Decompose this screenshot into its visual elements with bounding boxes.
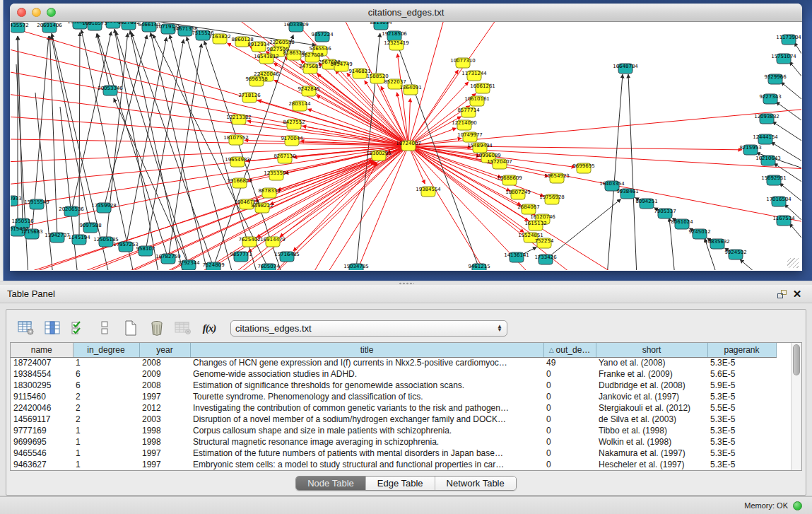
- column-header-out_de[interactable]: △out_de…: [543, 343, 596, 357]
- table-cell[interactable]: Investigating the contribution of common…: [190, 402, 543, 414]
- show-columns-icon[interactable]: [42, 317, 63, 339]
- table-cell[interactable]: 6: [73, 368, 139, 380]
- graph-edge[interactable]: [607, 74, 623, 270]
- graph-edge[interactable]: [772, 122, 801, 146]
- graph-edge[interactable]: [153, 35, 269, 269]
- table-cell[interactable]: 2: [73, 402, 139, 414]
- table-row[interactable]: 2242004622012Investigating the contribut…: [11, 402, 776, 414]
- graph-edge[interactable]: [789, 62, 801, 86]
- table-cell[interactable]: Hescheler et al. (1997): [596, 459, 707, 470]
- table-cell[interactable]: Genome-wide association studies in ADHD.: [190, 368, 543, 380]
- table-cell[interactable]: 14569117: [11, 414, 73, 425]
- graph-edge[interactable]: [293, 146, 408, 251]
- table-cell[interactable]: 1: [73, 448, 139, 459]
- tab-node-table[interactable]: Node Table: [296, 477, 366, 490]
- table-cell[interactable]: 5.3E-5: [707, 459, 776, 470]
- column-settings-icon[interactable]: [16, 317, 37, 339]
- table-row[interactable]: 946362711997Embryonic stem cells: a mode…: [11, 459, 776, 470]
- graph-edge[interactable]: [104, 35, 147, 208]
- table-cell[interactable]: 5.3E-5: [707, 425, 776, 436]
- table-cell[interactable]: Changes of HCN gene expression and I(f) …: [190, 357, 543, 368]
- table-cell[interactable]: 0: [543, 391, 596, 402]
- table-cell[interactable]: 5.3E-5: [707, 436, 776, 448]
- table-cell[interactable]: 49: [543, 357, 596, 368]
- table-cell[interactable]: Franke et al. (2009): [596, 368, 707, 380]
- table-scrollbar[interactable]: [791, 343, 801, 470]
- graph-edge[interactable]: [776, 102, 801, 126]
- window-resize-grip[interactable]: [787, 258, 799, 268]
- table-cell[interactable]: 18300295: [11, 380, 73, 391]
- table-cell[interactable]: 2: [73, 391, 139, 402]
- table-cell[interactable]: 9699695: [11, 436, 73, 448]
- table-cell[interactable]: 5.6E-5: [707, 368, 776, 380]
- table-cell[interactable]: 1: [73, 425, 139, 436]
- table-cell[interactable]: 19384554: [11, 368, 73, 380]
- table-cell[interactable]: 2008: [139, 380, 190, 391]
- column-header-name[interactable]: name: [11, 343, 73, 357]
- graph-edge[interactable]: [628, 74, 637, 270]
- graph-edge[interactable]: [408, 146, 675, 270]
- table-cell[interactable]: 0: [543, 459, 596, 470]
- table-cell[interactable]: 2008: [139, 357, 190, 368]
- graph-edge[interactable]: [49, 36, 57, 238]
- tab-network-table[interactable]: Network Table: [435, 477, 516, 490]
- panel-splitter[interactable]: [0, 281, 812, 285]
- table-cell[interactable]: 1: [73, 357, 139, 368]
- table-cell[interactable]: 1998: [139, 425, 190, 436]
- table-cell[interactable]: Embryonic stem cells: a model to study s…: [190, 459, 543, 470]
- table-cell[interactable]: de Silva et al. (2003): [596, 414, 707, 425]
- table-row[interactable]: 1456911722003Disruption of a novel membe…: [11, 414, 776, 425]
- graph-edge[interactable]: [248, 146, 408, 252]
- table-cell[interactable]: 18724007: [11, 357, 73, 368]
- table-cell[interactable]: Estimation of significance thresholds fo…: [190, 380, 543, 391]
- table-cell[interactable]: Tibbo et al. (1998): [596, 425, 707, 436]
- graph-edge[interactable]: [97, 34, 110, 90]
- table-cell[interactable]: Tourette syndrome. Phenomenology and cla…: [190, 391, 543, 402]
- graph-edge[interactable]: [32, 146, 408, 270]
- table-cell[interactable]: Disruption of a novel member of a sodium…: [190, 414, 543, 425]
- float-panel-icon[interactable]: [774, 288, 789, 300]
- import-table-icon[interactable]: [172, 317, 194, 339]
- select-rows-icon[interactable]: [68, 317, 89, 339]
- table-cell[interactable]: Estimation of the future numbers of pati…: [190, 448, 543, 459]
- table-cell[interactable]: 0: [543, 436, 596, 448]
- table-cell[interactable]: 1: [73, 459, 139, 470]
- function-builder-icon[interactable]: f(x): [199, 317, 220, 339]
- table-cell[interactable]: 1: [73, 436, 139, 448]
- table-cell[interactable]: 0: [543, 414, 596, 425]
- citation-network-graph[interactable]: 9435572206914061098059616818573106532671…: [11, 22, 801, 270]
- table-cell[interactable]: 1997: [139, 391, 190, 402]
- table-cell[interactable]: 22420046: [11, 402, 73, 414]
- table-cell[interactable]: 5.3E-5: [707, 357, 776, 368]
- table-cell[interactable]: 1997: [139, 459, 190, 470]
- delete-column-icon[interactable]: [146, 317, 167, 339]
- graph-edge[interactable]: [740, 259, 760, 270]
- table-cell[interactable]: 0: [543, 425, 596, 436]
- table-row[interactable]: 1938455462009Genome-wide association stu…: [11, 368, 776, 380]
- table-cell[interactable]: 6: [73, 380, 139, 391]
- table-cell[interactable]: 0: [543, 448, 596, 459]
- new-column-icon[interactable]: [120, 317, 141, 339]
- table-cell[interactable]: Jankovic et al. (1997): [596, 391, 707, 402]
- graph-edge[interactable]: [11, 64, 408, 146]
- table-cell[interactable]: 5.5E-5: [707, 402, 776, 414]
- table-cell[interactable]: 9115460: [11, 391, 73, 402]
- graph-edge[interactable]: [11, 22, 408, 146]
- table-row[interactable]: 1830029562008Estimation of significance …: [11, 380, 776, 391]
- column-header-title[interactable]: title: [190, 343, 543, 357]
- table-mode-icon[interactable]: [94, 317, 115, 339]
- table-cell[interactable]: 2012: [139, 402, 190, 414]
- table-row[interactable]: 1872400712008Changes of HCN gene express…: [11, 357, 776, 368]
- table-cell[interactable]: Wolkin et al. (1998): [596, 436, 707, 448]
- table-cell[interactable]: 2003: [139, 414, 190, 425]
- table-cell[interactable]: Structural magnetic resonance image aver…: [190, 436, 543, 448]
- table-cell[interactable]: 1998: [139, 436, 190, 448]
- table-cell[interactable]: 9465546: [11, 448, 73, 459]
- table-row[interactable]: 969969511998Structural magnetic resonanc…: [11, 436, 776, 448]
- table-cell[interactable]: Corpus callosum shape and size in male p…: [190, 425, 543, 436]
- column-header-short[interactable]: short: [596, 343, 707, 357]
- tab-edge-table[interactable]: Edge Table: [366, 477, 435, 490]
- scrollbar-thumb[interactable]: [793, 344, 800, 375]
- table-cell[interactable]: 5.9E-5: [707, 380, 776, 391]
- column-header-year[interactable]: year: [139, 343, 190, 357]
